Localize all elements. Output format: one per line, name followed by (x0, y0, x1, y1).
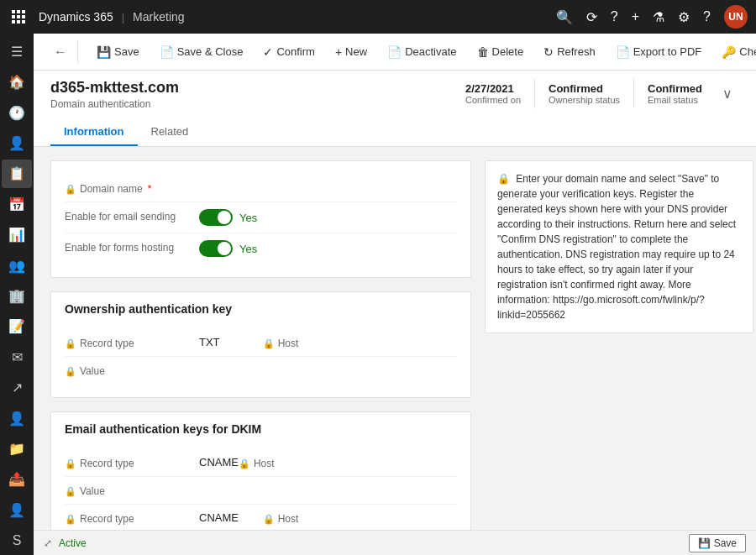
refresh-button[interactable]: ↻ Refresh (535, 42, 604, 62)
domain-lock-icon: 🔒 (65, 184, 76, 195)
tab-information[interactable]: Information (50, 118, 138, 146)
confirmed-on-value: 2/27/2021 (465, 82, 521, 95)
svg-rect-7 (17, 20, 20, 24)
save-close-icon: 📄 (160, 45, 174, 59)
pdf-icon: 📄 (616, 45, 630, 59)
sidebar-item-users2[interactable]: 👤 (2, 404, 32, 432)
email-status-meta: Confirmed Email status (633, 79, 716, 108)
ownership-host-label: 🔒 Host (263, 336, 330, 349)
tab-related[interactable]: Related (138, 118, 202, 146)
svg-rect-3 (12, 15, 15, 18)
enable-forms-field: Enable for forms hosting Yes (65, 233, 457, 264)
refresh-icon[interactable]: ⟳ (586, 9, 597, 25)
save-button[interactable]: 💾 Save (88, 42, 148, 62)
sidebar-item-menu[interactable]: ☰ (2, 37, 32, 65)
module-name: Marketing (133, 10, 184, 24)
email-status-value: Confirmed (648, 82, 702, 95)
status-left: ⤢ Active (44, 537, 87, 549)
svg-rect-4 (17, 15, 20, 18)
export-pdf-button[interactable]: 📄 Export to PDF (607, 42, 711, 62)
sidebar-item-list[interactable]: 📝 (2, 312, 32, 341)
brand-area: Dynamics 365 | Marketing (39, 10, 185, 24)
toggle-track[interactable] (199, 209, 233, 226)
dkim-section: Email authentication keys for DKIM 🔒 Rec… (50, 411, 471, 530)
dkim-host-lock1: 🔒 (239, 458, 250, 469)
dkim-value-lock1: 🔒 (65, 486, 76, 497)
form-area: 🔒 Domain name * Enable for email sending (34, 147, 756, 530)
toggle-forms-track[interactable] (199, 240, 233, 257)
enable-forms-value: Yes (199, 240, 457, 257)
ownership-record-type-row: 🔒 Record type TXT 🔒 Host (65, 329, 457, 357)
dkim-lock2: 🔒 (65, 514, 76, 525)
ownership-status-value: Confirmed (549, 82, 620, 95)
domain-section: 🔒 Domain name * Enable for email sending (50, 160, 471, 278)
info-icon: 🔒 (497, 173, 510, 185)
dkim-title: Email authentication keys for DKIM (51, 412, 470, 436)
ownership-record-type-label: 🔒 Record type (65, 336, 199, 349)
back-button[interactable]: ← (50, 41, 71, 63)
deactivate-button[interactable]: 📄 Deactivate (379, 42, 465, 62)
confirm-button[interactable]: ✓ Confirm (255, 42, 323, 62)
tab-bar: Information Related (50, 118, 739, 146)
ownership-status-label: Ownership status (549, 95, 620, 105)
dkim-lock1: 🔒 (65, 458, 76, 469)
svg-rect-5 (22, 15, 25, 18)
sidebar-item-upload[interactable]: 📤 (2, 465, 32, 494)
dkim-content: 🔒 Record type CNAME 🔒 Host (51, 436, 470, 530)
sidebar-item-bottom-s[interactable]: S (2, 526, 32, 555)
dkim-value-row1: 🔒 Value (65, 477, 457, 505)
ownership-status-meta: Confirmed Ownership status (534, 79, 633, 108)
domain-section-content: 🔒 Domain name * Enable for email sending (51, 161, 470, 277)
ownership-section: Ownership authentication key 🔒 Record ty… (50, 291, 471, 398)
title-area: d365-mkttest.com Domain authentication (50, 79, 179, 110)
save-close-button[interactable]: 📄 Save & Close (151, 42, 252, 62)
sidebar-item-person-settings[interactable]: 👤 (2, 495, 32, 524)
dkim-record-type-label2: 🔒 Record type (65, 511, 199, 525)
check-access-button[interactable]: 🔑 Check Access (713, 42, 756, 62)
page-title: d365-mkttest.com (50, 79, 179, 97)
svg-rect-2 (22, 10, 25, 13)
sidebar-item-domains[interactable]: 📋 (2, 160, 32, 188)
sidebar-item-building[interactable]: 🏢 (2, 281, 32, 310)
add-icon[interactable]: + (632, 9, 639, 24)
enable-email-toggle[interactable]: Yes (199, 209, 457, 226)
enable-forms-toggle[interactable]: Yes (199, 240, 457, 257)
sidebar-item-calendar[interactable]: 📅 (2, 190, 32, 218)
new-button[interactable]: + New (327, 42, 375, 62)
sidebar-item-arrow[interactable]: ↗ (2, 373, 32, 401)
help-icon[interactable]: ? (611, 9, 618, 24)
confirmed-on-meta: 2/27/2021 Confirmed on (452, 79, 534, 108)
apps-grid-icon[interactable] (8, 7, 29, 27)
sidebar-item-chart[interactable]: 📊 (2, 220, 32, 249)
search-icon[interactable]: 🔍 (556, 9, 573, 25)
dkim-record-type-row2: 🔒 Record type CNAME 🔒 Host (65, 505, 457, 530)
sidebar-item-mail[interactable]: ✉ (2, 343, 32, 371)
page-meta: 2/27/2021 Confirmed on Confirmed Ownersh… (452, 79, 739, 108)
settings-icon[interactable]: ⚙ (678, 9, 690, 25)
brand-name[interactable]: Dynamics 365 (39, 10, 113, 24)
delete-button[interactable]: 🗑 Delete (469, 42, 533, 62)
enable-email-label: Enable for email sending (65, 209, 199, 223)
status-save-button[interactable]: 💾 Save (689, 534, 746, 552)
filter-icon[interactable]: ⚗ (653, 9, 664, 25)
dkim-record-type-label1: 🔒 Record type (65, 456, 199, 469)
refresh-icon: ↻ (543, 45, 554, 59)
user-avatar[interactable]: UN (724, 5, 748, 29)
sidebar-item-folder[interactable]: 📁 (2, 434, 32, 463)
form-left: 🔒 Domain name * Enable for email sending (50, 160, 471, 516)
domain-name-label: 🔒 Domain name * (65, 181, 199, 195)
ownership-host-lock-icon: 🔒 (263, 338, 275, 349)
sidebar-item-people[interactable]: 👥 (2, 251, 32, 280)
sidebar-item-recent[interactable]: 🕐 (2, 98, 32, 127)
sidebar-item-contacts[interactable]: 👤 (2, 128, 32, 157)
page-header: d365-mkttest.com Domain authentication 2… (34, 71, 756, 147)
enable-email-field: Enable for email sending Yes (65, 202, 457, 233)
ownership-lock-icon: 🔒 (65, 338, 76, 349)
check-access-icon: 🔑 (722, 45, 736, 59)
question-icon[interactable]: ? (703, 9, 711, 24)
page-subtitle: Domain authentication (50, 98, 179, 110)
nav-arrows: ← (44, 41, 78, 63)
sidebar-item-home[interactable]: 🏠 (2, 67, 32, 96)
meta-chevron-icon[interactable]: ∨ (716, 82, 739, 105)
expand-icon[interactable]: ⤢ (44, 537, 52, 549)
